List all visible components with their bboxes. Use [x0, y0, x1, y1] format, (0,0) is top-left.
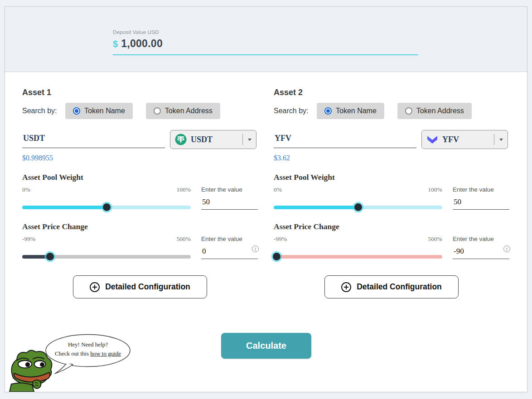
enter-value-label: Enter the value	[453, 186, 509, 193]
slider-thumb[interactable]	[103, 203, 111, 211]
radio-selected-icon[interactable]	[73, 107, 80, 115]
asset2-pool-weight-input[interactable]	[453, 194, 509, 210]
how-to-guide-link[interactable]: how to guide	[90, 350, 121, 357]
asset1-pool-weight-input[interactable]	[201, 194, 258, 210]
asset1-token-price: $0.998955	[22, 154, 258, 162]
slider-thumb[interactable]	[354, 203, 362, 211]
asset1-price-change-heading: Asset Price Change	[22, 222, 258, 231]
asset2-title: Asset 2	[274, 88, 509, 97]
slider-thumb[interactable]	[273, 253, 281, 260]
asset2-radio-token-name[interactable]: Token Name	[317, 103, 384, 119]
asset2-selected-token: YFV	[442, 135, 494, 144]
page: { "page": { "background": "#eef2f7", "ac…	[0, 0, 532, 399]
asset2-column: Asset 2 Search by: Token Name Token Addr…	[274, 88, 509, 298]
calculator-card: Deposit Value USD $ 1,000.00 Asset 1 Sea…	[5, 6, 527, 392]
info-icon[interactable]: i	[252, 245, 259, 252]
slider-track[interactable]	[274, 255, 442, 259]
asset1-price-change-section: -99% 500% Enter the value i	[22, 236, 258, 261]
asset1-price-change-input[interactable]	[201, 244, 258, 259]
slider-max-label: 500%	[428, 236, 443, 243]
chevron-down-icon[interactable]	[499, 139, 503, 141]
help-text: Hey! Need help? Check out this how to gu…	[51, 340, 125, 358]
asset1-token-search-input[interactable]	[22, 130, 165, 148]
asset2-search-row: Search by: Token Name Token Address	[274, 103, 509, 119]
asset2-price-change-slider[interactable]	[274, 253, 442, 261]
asset1-column: Asset 1 Search by: Token Name Token Addr…	[22, 88, 258, 298]
asset1-token-row: USDT	[22, 130, 258, 149]
asset1-search-row: Search by: Token Name Token Address	[22, 103, 258, 119]
asset2-token-dropdown[interactable]: YFV	[421, 130, 508, 149]
asset2-price-change-input[interactable]	[453, 244, 509, 259]
chevron-down-icon[interactable]	[248, 139, 251, 141]
plus-circle-icon	[341, 282, 351, 292]
yfv-chevron-icon	[426, 134, 438, 145]
asset2-pool-weight-heading: Asset Pool Weight	[274, 173, 509, 182]
plus-circle-icon	[90, 282, 100, 292]
radio-unselected-icon[interactable]	[405, 107, 412, 115]
asset1-radio-token-address[interactable]: Token Address	[146, 103, 220, 119]
asset1-radio-token-name[interactable]: Token Name	[65, 103, 133, 119]
tether-icon	[175, 134, 187, 145]
asset1-token-dropdown[interactable]: USDT	[170, 130, 256, 149]
slider-min-label: -99%	[274, 236, 287, 243]
asset1-pool-weight-heading: Asset Pool Weight	[22, 173, 258, 182]
radio-label: Token Address	[416, 107, 464, 115]
detailed-config-label: Detailed Configuration	[105, 282, 190, 292]
deposit-value-input[interactable]: $ 1,000.00	[113, 38, 418, 55]
dropdown-divider	[494, 134, 494, 145]
asset2-token-price: $3.62	[274, 154, 509, 162]
asset1-pool-weight-section: 0% 100% Enter the value	[22, 186, 258, 212]
slider-min-label: 0%	[22, 186, 30, 193]
slider-min-label: 0%	[274, 186, 282, 193]
asset1-price-change-slider[interactable]	[22, 253, 191, 261]
search-by-label: Search by:	[274, 107, 317, 115]
pepe-mascot-image	[8, 345, 58, 392]
enter-value-label: Enter the value	[453, 236, 509, 242]
asset2-pool-weight-slider[interactable]	[274, 203, 442, 212]
asset2-detailed-config-button[interactable]: Detailed Configuration	[324, 275, 459, 298]
asset2-token-row: YFV	[274, 130, 509, 149]
asset1-title: Asset 1	[22, 88, 258, 97]
deposit-amount: 1,000.00	[121, 38, 163, 50]
asset1-detailed-config-button[interactable]: Detailed Configuration	[73, 275, 207, 298]
deposit-value-label: Deposit Value USD	[113, 29, 418, 35]
deposit-section: Deposit Value USD $ 1,000.00	[5, 7, 527, 72]
asset1-pool-weight-slider[interactable]	[22, 203, 191, 212]
asset2-token-search-input[interactable]	[274, 130, 416, 148]
help-line1: Hey! Need help?	[68, 341, 108, 348]
slider-max-label: 100%	[177, 186, 191, 193]
slider-max-label: 500%	[177, 236, 191, 243]
radio-unselected-icon[interactable]	[154, 107, 161, 115]
dropdown-divider	[242, 134, 243, 145]
radio-selected-icon[interactable]	[324, 107, 332, 115]
asset2-price-change-section: -99% 500% Enter the value i	[274, 236, 509, 261]
info-icon[interactable]: i	[503, 245, 510, 252]
radio-label: Token Name	[84, 107, 125, 115]
slider-max-label: 100%	[428, 186, 443, 193]
search-by-label: Search by:	[22, 107, 65, 115]
radio-label: Token Address	[165, 107, 213, 115]
asset1-selected-token: USDT	[191, 135, 242, 144]
asset2-radio-token-address[interactable]: Token Address	[397, 103, 472, 119]
slider-thumb[interactable]	[46, 253, 54, 260]
help-line2: Check out this	[55, 350, 90, 357]
calculate-button[interactable]: Calculate	[221, 333, 311, 359]
asset2-price-change-heading: Asset Price Change	[274, 222, 509, 231]
currency-symbol: $	[113, 39, 118, 49]
help-speech-bubble: Hey! Need help? Check out this how to gu…	[45, 334, 131, 375]
deposit-value-field[interactable]: Deposit Value USD $ 1,000.00	[113, 29, 418, 55]
asset2-pool-weight-section: 0% 100% Enter the value	[274, 186, 509, 212]
enter-value-label: Enter the value	[201, 186, 258, 193]
radio-label: Token Name	[336, 107, 377, 115]
slider-min-label: -99%	[22, 236, 35, 243]
enter-value-label: Enter the value	[201, 236, 258, 242]
detailed-config-label: Detailed Configuration	[357, 282, 442, 292]
